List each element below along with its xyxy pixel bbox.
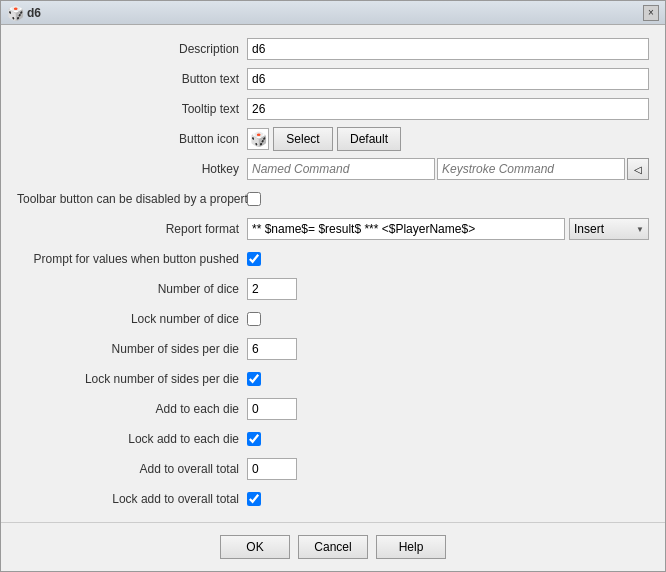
window-title: d6 bbox=[27, 6, 41, 20]
report-format-label: Report format bbox=[17, 222, 247, 236]
lock-add-each-die-checkbox[interactable] bbox=[247, 432, 261, 446]
form-content: Description Button text Tooltip text But… bbox=[1, 25, 665, 522]
button-icon-label: Button icon bbox=[17, 132, 247, 146]
add-each-die-input[interactable] bbox=[247, 398, 297, 420]
title-bar-left: 🎲 d6 bbox=[7, 5, 41, 21]
number-dice-input[interactable] bbox=[247, 278, 297, 300]
hotkey-named-input[interactable] bbox=[247, 158, 435, 180]
number-dice-label: Number of dice bbox=[17, 282, 247, 296]
description-input[interactable] bbox=[247, 38, 649, 60]
hotkey-clear-button[interactable]: ◁ bbox=[627, 158, 649, 180]
lock-add-overall-label: Lock add to overall total bbox=[17, 492, 247, 506]
description-row: Description bbox=[17, 37, 649, 61]
hotkey-keystroke-input[interactable] bbox=[437, 158, 625, 180]
toolbar-disabled-checkbox[interactable] bbox=[247, 192, 261, 206]
sides-per-die-field bbox=[247, 338, 649, 360]
button-text-label: Button text bbox=[17, 72, 247, 86]
title-bar: 🎲 d6 × bbox=[1, 1, 665, 25]
button-text-input[interactable] bbox=[247, 68, 649, 90]
default-button[interactable]: Default bbox=[337, 127, 401, 151]
add-overall-input[interactable] bbox=[247, 458, 297, 480]
dropdown-arrow-icon: ▼ bbox=[636, 225, 644, 234]
description-field bbox=[247, 38, 649, 60]
help-button[interactable]: Help bbox=[376, 535, 446, 559]
report-format-field: Insert ▼ bbox=[247, 218, 649, 240]
toolbar-disabled-row: Toolbar button can be disabled by a prop… bbox=[17, 187, 649, 211]
prompt-checkbox[interactable] bbox=[247, 252, 261, 266]
lock-number-dice-field bbox=[247, 312, 649, 326]
lock-add-overall-row: Lock add to overall total bbox=[17, 487, 649, 511]
window-icon: 🎲 bbox=[7, 5, 23, 21]
hotkey-field: ◁ bbox=[247, 158, 649, 180]
number-dice-field bbox=[247, 278, 649, 300]
prompt-row: Prompt for values when button pushed bbox=[17, 247, 649, 271]
lock-add-each-die-label: Lock add to each die bbox=[17, 432, 247, 446]
toolbar-disabled-field bbox=[247, 192, 649, 206]
lock-sides-checkbox[interactable] bbox=[247, 372, 261, 386]
lock-add-overall-checkbox[interactable] bbox=[247, 492, 261, 506]
lock-add-each-die-row: Lock add to each die bbox=[17, 427, 649, 451]
insert-label: Insert bbox=[574, 222, 604, 236]
tooltip-text-field bbox=[247, 98, 649, 120]
lock-add-overall-field bbox=[247, 492, 649, 506]
description-label: Description bbox=[17, 42, 247, 56]
add-each-die-row: Add to each die bbox=[17, 397, 649, 421]
add-each-die-label: Add to each die bbox=[17, 402, 247, 416]
lock-number-dice-row: Lock number of dice bbox=[17, 307, 649, 331]
report-format-row: Report format Insert ▼ bbox=[17, 217, 649, 241]
footer: OK Cancel Help bbox=[1, 522, 665, 571]
lock-number-dice-label: Lock number of dice bbox=[17, 312, 247, 326]
report-format-input[interactable] bbox=[247, 218, 565, 240]
lock-sides-label: Lock number of sides per die bbox=[17, 372, 247, 386]
sides-per-die-row: Number of sides per die bbox=[17, 337, 649, 361]
hotkey-row: Hotkey ◁ bbox=[17, 157, 649, 181]
prompt-field bbox=[247, 252, 649, 266]
toolbar-disabled-label: Toolbar button can be disabled by a prop… bbox=[17, 192, 247, 206]
lock-add-each-die-field bbox=[247, 432, 649, 446]
button-icon-field: 🎲 Select Default bbox=[247, 127, 649, 151]
tooltip-text-input[interactable] bbox=[247, 98, 649, 120]
tooltip-text-label: Tooltip text bbox=[17, 102, 247, 116]
hotkey-label: Hotkey bbox=[17, 162, 247, 176]
lock-number-dice-checkbox[interactable] bbox=[247, 312, 261, 326]
main-window: 🎲 d6 × Description Button text Tooltip t… bbox=[0, 0, 666, 572]
button-icon-row: Button icon 🎲 Select Default bbox=[17, 127, 649, 151]
cancel-button[interactable]: Cancel bbox=[298, 535, 368, 559]
select-button[interactable]: Select bbox=[273, 127, 333, 151]
tooltip-text-row: Tooltip text bbox=[17, 97, 649, 121]
add-overall-field bbox=[247, 458, 649, 480]
button-text-field bbox=[247, 68, 649, 90]
number-dice-row: Number of dice bbox=[17, 277, 649, 301]
prompt-label: Prompt for values when button pushed bbox=[17, 252, 247, 266]
lock-sides-row: Lock number of sides per die bbox=[17, 367, 649, 391]
add-each-die-field bbox=[247, 398, 649, 420]
close-button[interactable]: × bbox=[643, 5, 659, 21]
ok-button[interactable]: OK bbox=[220, 535, 290, 559]
sides-per-die-input[interactable] bbox=[247, 338, 297, 360]
add-overall-label: Add to overall total bbox=[17, 462, 247, 476]
sides-per-die-label: Number of sides per die bbox=[17, 342, 247, 356]
add-overall-row: Add to overall total bbox=[17, 457, 649, 481]
button-text-row: Button text bbox=[17, 67, 649, 91]
icon-preview: 🎲 bbox=[247, 128, 269, 150]
lock-sides-field bbox=[247, 372, 649, 386]
insert-dropdown[interactable]: Insert ▼ bbox=[569, 218, 649, 240]
